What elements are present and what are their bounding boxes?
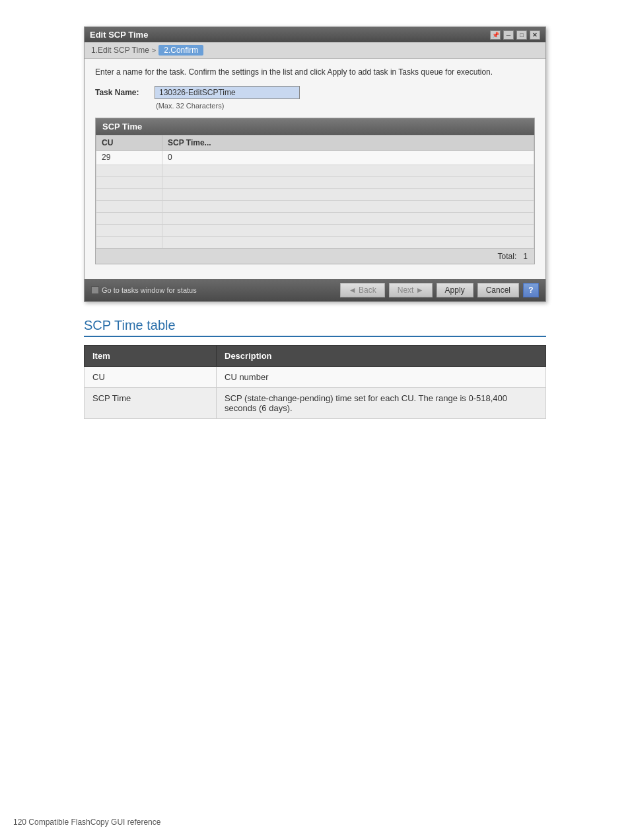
- table-row: [96, 236, 534, 248]
- pin-icon: 📌: [492, 32, 499, 38]
- breadcrumb-step1: 1.Edit SCP Time: [91, 46, 149, 55]
- table-row: 29 0: [96, 150, 534, 165]
- breadcrumb-separator: >: [152, 46, 156, 54]
- desc-header-description: Description: [217, 345, 546, 366]
- scp-section-header: SCP Time: [96, 118, 534, 135]
- cell-cu: [96, 165, 162, 176]
- goto-tasks-checkbox[interactable]: [91, 286, 99, 294]
- cell-cu: [96, 176, 162, 188]
- goto-tasks-area: Go to tasks window for status: [91, 286, 197, 294]
- cell-scp-time: [162, 224, 534, 236]
- table-row: [96, 212, 534, 224]
- maximize-button[interactable]: □: [516, 30, 527, 40]
- breadcrumb-step2: 2.Confirm: [158, 45, 203, 56]
- table-row: [96, 188, 534, 200]
- help-button[interactable]: ?: [523, 283, 539, 297]
- dialog-instruction: Enter a name for the task. Confirm the s…: [95, 67, 535, 78]
- desc-description: SCP (state-change-pending) time set for …: [217, 387, 546, 418]
- cell-scp-time: [162, 236, 534, 248]
- table-row: [96, 224, 534, 236]
- section-title: SCP Time table: [84, 318, 546, 337]
- desc-description: CU number: [217, 366, 546, 387]
- table-row: [96, 200, 534, 212]
- scp-data-table: CU SCP Time... 29 0: [96, 135, 534, 248]
- back-button[interactable]: ◄ Back: [340, 283, 385, 297]
- scp-table-container: SCP Time CU SCP Time... 29 0: [95, 118, 535, 264]
- minimize-icon: ─: [507, 32, 510, 38]
- cell-scp-time: [162, 200, 534, 212]
- total-label: Total:: [498, 252, 517, 261]
- close-icon: ✕: [532, 32, 538, 38]
- minimize-button[interactable]: ─: [503, 30, 514, 40]
- breadcrumb: 1.Edit SCP Time > 2.Confirm: [85, 42, 545, 59]
- titlebar-controls: 📌 ─ □ ✕: [490, 30, 540, 40]
- cell-cu: [96, 212, 162, 224]
- goto-tasks-label: Go to tasks window for status: [102, 286, 197, 294]
- task-name-input[interactable]: [155, 86, 300, 99]
- scp-total-row: Total: 1: [96, 248, 534, 264]
- maximize-icon: □: [520, 32, 523, 38]
- cell-scp-time: [162, 212, 534, 224]
- dialog-body: Enter a name for the task. Confirm the s…: [85, 59, 545, 279]
- cancel-button[interactable]: Cancel: [477, 283, 519, 297]
- cell-scp-time: [162, 165, 534, 176]
- list-item: CU CU number: [85, 366, 546, 387]
- description-table-wrapper: Item Description CU CU number SCP Time S…: [84, 345, 546, 419]
- edit-scp-time-dialog: Edit SCP Time 📌 ─ □ ✕ 1.Edit SCP Time > …: [84, 26, 546, 302]
- cell-cu: [96, 224, 162, 236]
- dialog-title: Edit SCP Time: [90, 30, 148, 40]
- cell-cu: 29: [96, 150, 162, 165]
- cell-cu: [96, 188, 162, 200]
- cell-scp-time: [162, 176, 534, 188]
- apply-button[interactable]: Apply: [437, 283, 473, 297]
- description-table: Item Description CU CU number SCP Time S…: [84, 345, 546, 419]
- pin-button[interactable]: 📌: [490, 30, 501, 40]
- task-name-row: Task Name:: [95, 86, 535, 99]
- next-button[interactable]: Next ►: [389, 283, 433, 297]
- close-button[interactable]: ✕: [530, 30, 540, 40]
- table-row: [96, 176, 534, 188]
- col-header-cu: CU: [96, 135, 162, 150]
- desc-item: SCP Time: [85, 387, 217, 418]
- dialog-footer: Go to tasks window for status ◄ Back Nex…: [85, 279, 545, 301]
- total-value: 1: [523, 252, 528, 261]
- desc-header-item: Item: [85, 345, 217, 366]
- task-name-hint: (Max. 32 Characters): [156, 102, 535, 110]
- cell-scp-time: [162, 188, 534, 200]
- dialog-titlebar: Edit SCP Time 📌 ─ □ ✕: [85, 27, 545, 42]
- cell-scp-time: 0: [162, 150, 534, 165]
- cell-cu: [96, 200, 162, 212]
- cell-cu: [96, 236, 162, 248]
- page-footer: 120 Compatible FlashCopy GUI reference: [13, 818, 160, 827]
- desc-item: CU: [85, 366, 217, 387]
- list-item: SCP Time SCP (state-change-pending) time…: [85, 387, 546, 418]
- col-header-scp-time: SCP Time...: [162, 135, 534, 150]
- task-name-label: Task Name:: [95, 88, 148, 97]
- table-row: [96, 165, 534, 176]
